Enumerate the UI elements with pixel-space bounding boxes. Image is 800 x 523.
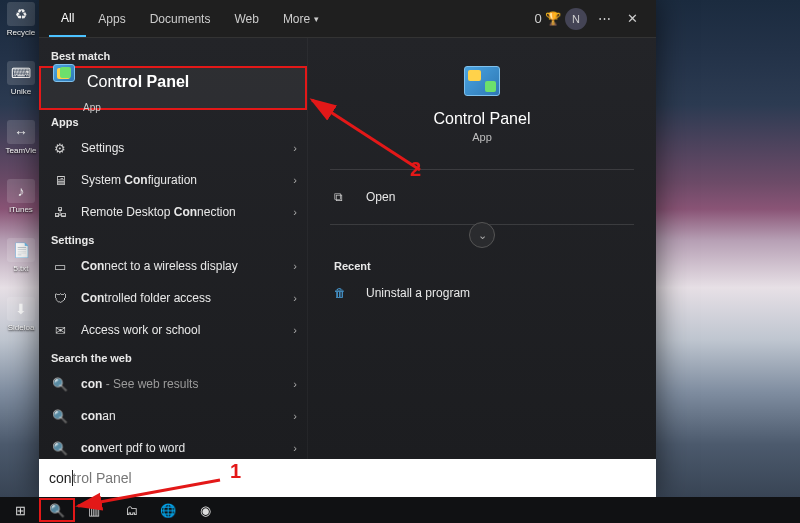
music-icon: ♪ xyxy=(7,179,35,203)
recent-uninstall-program[interactable]: 🗑Uninstall a program xyxy=(330,276,634,310)
result-work-school[interactable]: ✉Access work or school› xyxy=(39,314,307,346)
tab-all[interactable]: All xyxy=(49,1,86,37)
chevron-right-icon: › xyxy=(293,206,297,218)
chevron-right-icon: › xyxy=(293,174,297,186)
taskbar-edge[interactable]: 🌐 xyxy=(150,498,186,522)
desktop-icon-textfile[interactable]: 📄5.txt xyxy=(4,238,38,273)
preview-open[interactable]: ⧉Open xyxy=(330,180,634,214)
shield-icon: 🛡 xyxy=(51,291,69,306)
control-panel-icon xyxy=(464,66,500,96)
desktop-icon-itunes[interactable]: ♪iTunes xyxy=(4,179,38,214)
keyboard-icon: ⌨ xyxy=(7,61,35,85)
result-web-conan[interactable]: 🔍conan› xyxy=(39,400,307,432)
chevron-right-icon: › xyxy=(293,324,297,336)
result-system-configuration[interactable]: 🖥System Configuration› xyxy=(39,164,307,196)
preview-title: Control Panel xyxy=(434,110,531,128)
result-settings[interactable]: ⚙Settings› xyxy=(39,132,307,164)
briefcase-icon: ✉ xyxy=(51,323,69,338)
search-icon: 🔍 xyxy=(51,409,69,424)
search-input-container[interactable]: control Panel xyxy=(39,459,656,497)
chevron-right-icon: › xyxy=(293,410,297,422)
search-icon: 🔍 xyxy=(51,441,69,456)
taskbar-search-button[interactable]: 🔍 xyxy=(39,498,75,522)
taskview-button[interactable]: ▥ xyxy=(76,498,112,522)
taskbar-chrome[interactable]: ◉ xyxy=(187,498,223,522)
trophy-icon: 🏆 xyxy=(545,11,561,26)
taskbar: ⊞ 🔍 ▥ 🗂 🌐 ◉ xyxy=(0,497,800,523)
display-icon: ▭ xyxy=(51,259,69,274)
result-wireless-display[interactable]: ▭Connect to a wireless display› xyxy=(39,250,307,282)
results-list: Best match Control Panel App Apps ⚙Setti… xyxy=(39,38,307,459)
desktop-icon-teamviewer[interactable]: ↔TeamVie xyxy=(4,120,38,155)
tab-documents[interactable]: Documents xyxy=(138,1,223,37)
programs-icon: 🗑 xyxy=(334,286,352,300)
desktop-icon-recycle[interactable]: ♻Recycle xyxy=(4,2,38,37)
best-match-control-panel[interactable]: Control Panel App xyxy=(39,66,307,110)
section-settings: Settings xyxy=(39,228,307,250)
start-button[interactable]: ⊞ xyxy=(2,498,38,522)
tab-apps[interactable]: Apps xyxy=(86,1,137,37)
user-avatar[interactable]: N xyxy=(562,8,590,30)
preview-pane: Control Panel App ⧉Open ⌄ Recent 🗑Uninst… xyxy=(307,38,656,459)
taskbar-explorer[interactable]: 🗂 xyxy=(113,498,149,522)
section-web: Search the web xyxy=(39,346,307,368)
monitor-icon: 🖥 xyxy=(51,173,69,188)
chevron-right-icon: › xyxy=(293,442,297,454)
open-icon: ⧉ xyxy=(334,190,352,204)
desktop-icons: ♻Recycle ⌨Unike ↔TeamVie ♪iTunes 📄5.txt … xyxy=(4,2,40,332)
best-match-title: Control Panel xyxy=(87,73,189,91)
tab-more[interactable]: More ▾ xyxy=(271,1,331,37)
download-icon: ⬇ xyxy=(7,297,35,321)
teamviewer-icon: ↔ xyxy=(7,120,35,144)
result-remote-desktop[interactable]: 🖧Remote Desktop Connection› xyxy=(39,196,307,228)
search-icon: 🔍 xyxy=(51,377,69,392)
section-apps: Apps xyxy=(39,110,307,132)
rewards-points[interactable]: 0 🏆 xyxy=(534,11,562,26)
search-tabs: All Apps Documents Web More ▾ 0 🏆 N ⋯ ✕ xyxy=(39,0,656,38)
desktop-icon-sideload[interactable]: ⬇Sideloa xyxy=(4,297,38,332)
chevron-down-icon: ▾ xyxy=(314,14,319,24)
preview-subtitle: App xyxy=(472,131,492,143)
expand-button[interactable]: ⌄ xyxy=(469,222,495,248)
network-icon: 🖧 xyxy=(51,205,69,220)
desktop-icon-unikey[interactable]: ⌨Unike xyxy=(4,61,38,96)
search-flyout: All Apps Documents Web More ▾ 0 🏆 N ⋯ ✕ … xyxy=(39,0,656,497)
result-web-con[interactable]: 🔍con - See web results› xyxy=(39,368,307,400)
chevron-right-icon: › xyxy=(293,260,297,272)
file-icon: 📄 xyxy=(7,238,35,262)
more-options[interactable]: ⋯ xyxy=(590,11,618,26)
result-web-convert-pdf[interactable]: 🔍convert pdf to word› xyxy=(39,432,307,459)
recycle-icon: ♻ xyxy=(7,2,35,26)
close-button[interactable]: ✕ xyxy=(618,11,646,26)
divider xyxy=(330,169,634,170)
chevron-right-icon: › xyxy=(293,142,297,154)
chevron-right-icon: › xyxy=(293,292,297,304)
section-recent: Recent xyxy=(330,254,634,276)
control-panel-icon xyxy=(53,64,75,100)
best-match-subtitle: App xyxy=(53,102,293,113)
gear-icon: ⚙ xyxy=(51,141,69,156)
tab-web[interactable]: Web xyxy=(222,1,270,37)
result-controlled-folder[interactable]: 🛡Controlled folder access› xyxy=(39,282,307,314)
chevron-right-icon: › xyxy=(293,378,297,390)
chevron-down-icon: ⌄ xyxy=(478,229,487,242)
